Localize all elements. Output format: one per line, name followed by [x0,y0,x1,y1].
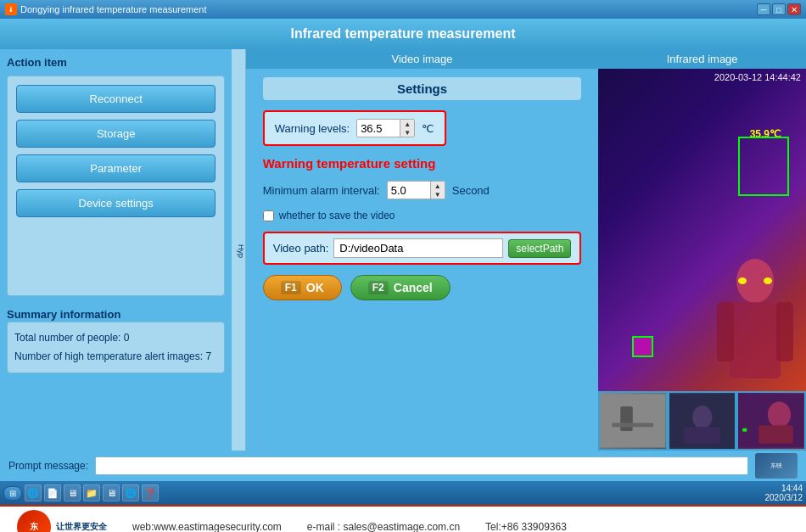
hyp-label: Hyp [237,244,245,258]
footer-email: e-mail : sales@eastimage.com.cn [307,521,460,532]
person-silhouette [713,255,798,391]
infrared-label: Infrared image [598,49,806,69]
svg-rect-11 [684,427,720,443]
title-bar-controls: ─ □ ✕ [757,3,801,15]
start-button[interactable]: ⊞ [3,486,22,501]
storage-button[interactable]: Storage [16,120,215,148]
taskbar-icon-monitor2[interactable]: 🖥 [103,484,120,501]
small-box [632,336,653,357]
app-header: Infrared temperature measurement [0,19,806,49]
min-alarm-arrows: ▲ ▼ [430,182,445,199]
taskbar-date: 2020/3/12 [765,493,803,502]
min-alarm-down[interactable]: ▼ [431,190,445,199]
infrared-thumbnails [598,391,806,451]
svg-rect-1 [730,302,781,378]
f2-label: F2 [368,281,389,294]
app-title: Infrared temperature measurement [291,26,516,42]
main-content: Action item Reconnect Storage Parameter … [0,49,806,451]
svg-rect-3 [776,302,793,361]
ok-button[interactable]: F1 OK [263,275,342,300]
min-alarm-label: Minimum alarm interval: [263,184,380,197]
warning-level-row: Warning levels: ▲ ▼ ℃ [263,110,446,146]
cancel-label: Cancel [394,281,433,294]
taskbar-icon-browser2[interactable]: 🌐 [122,484,139,501]
select-path-button[interactable]: selectPath [508,239,571,258]
title-bar-left: 🌡 Dongying infrared temperature measurem… [5,3,207,15]
thumbnail-3 [738,393,804,449]
taskbar-icon-doc[interactable]: 📄 [44,484,61,501]
device-settings-button[interactable]: Device settings [16,189,215,217]
warning-unit: ℃ [422,122,434,135]
footer-logo-text: 让世界更安全 [56,521,107,532]
footer-logo-icon: 东 [17,510,51,532]
thumbnail-1 [600,393,666,449]
video-path-row: Video path: selectPath [263,232,582,265]
alert-images-label: Number of high temperature alert images: [14,350,203,362]
settings-title: Settings [263,77,582,100]
hyp-strip: Hyp [232,49,245,451]
second-label: Second [452,184,490,197]
svg-point-10 [692,406,712,428]
svg-rect-14 [759,425,794,443]
summary-title: Summary information [7,308,120,321]
title-bar-text: Dongying infrared temperature measuremen… [20,4,207,14]
svg-point-13 [768,401,791,428]
min-alarm-row: Minimum alarm interval: ▲ ▼ Second [263,181,582,199]
action-item-title: Action item [7,56,225,69]
save-video-label: whether to save the video [279,210,395,221]
taskbar-time: 14:44 [765,484,803,493]
infrared-image-main: 2020-03-12 14:44:42 35.9℃ [598,69,806,391]
save-video-checkbox[interactable] [263,210,274,221]
reconnect-button[interactable]: Reconnect [16,85,215,113]
taskbar-icon-help[interactable]: ❓ [142,484,159,501]
summary-box: Total number of people: 0 Number of high… [7,322,225,373]
taskbar-icon-folder[interactable]: 📁 [83,484,100,501]
min-alarm-input[interactable] [388,182,430,199]
spinbox-arrows: ▲ ▼ [400,120,414,137]
min-alarm-spinbox[interactable]: ▲ ▼ [387,181,445,199]
taskbar-icon-monitor[interactable]: 🖥 [64,484,81,501]
taskbar-clock: 14:44 2020/3/12 [765,484,803,502]
svg-rect-15 [743,428,747,431]
warning-level-spinbox[interactable]: ▲ ▼ [356,119,415,137]
warning-level-input[interactable] [357,120,400,137]
maximize-button[interactable]: □ [772,3,786,15]
warning-temp-setting: Warning temperature setting [263,156,582,171]
minimize-button[interactable]: ─ [757,3,770,15]
video-path-input[interactable] [333,238,503,258]
f1-label: F1 [281,281,301,294]
footer: 东 让世界更安全 web:www.eastimagesecurity.com e… [0,505,806,532]
taskbar-right: 14:44 2020/3/12 [765,484,803,502]
spinbox-up[interactable]: ▲ [400,120,414,128]
prompt-input[interactable] [95,456,748,475]
infrared-timestamp: 2020-03-12 14:44:42 [714,72,801,82]
right-panel: Infrared image 2020-03-12 14:44:42 35.9℃ [598,49,806,451]
parameter-button[interactable]: Parameter [16,154,215,182]
footer-tel: Tel:+86 33909363 [485,521,567,532]
prompt-logo: 东映 [755,453,798,479]
min-alarm-up[interactable]: ▲ [431,182,445,190]
svg-rect-8 [613,423,653,427]
total-people-label: Total number of people: [14,332,120,344]
warning-level-label: Warning levels: [275,122,350,135]
video-image-label: Video image [246,49,599,69]
spinbox-down[interactable]: ▼ [400,128,414,137]
settings-container: Settings Warning levels: ▲ ▼ ℃ Warning t… [246,69,599,451]
taskbar: ⊞ 🌐 📄 🖥 📁 🖥 🌐 ❓ 14:44 2020/3/12 [0,481,806,505]
action-row: F1 OK F2 Cancel [263,275,582,300]
prompt-bar: Prompt message: 东映 [0,451,806,481]
alert-images-value: 7 [205,350,211,362]
footer-web: web:www.eastimagesecurity.com [132,521,282,532]
app-icon: 🌡 [5,3,17,15]
svg-rect-2 [717,302,734,361]
footer-logo: 东 让世界更安全 [17,510,107,532]
taskbar-icon-browser[interactable]: 🌐 [25,484,42,501]
cancel-button[interactable]: F2 Cancel [350,275,451,300]
close-button[interactable]: ✕ [787,3,801,15]
total-people-value: 0 [124,332,130,344]
face-box [738,137,789,196]
svg-point-4 [738,277,747,284]
svg-rect-7 [621,406,634,431]
thumbnail-2 [669,393,736,449]
total-people-row: Total number of people: 0 [14,329,217,348]
